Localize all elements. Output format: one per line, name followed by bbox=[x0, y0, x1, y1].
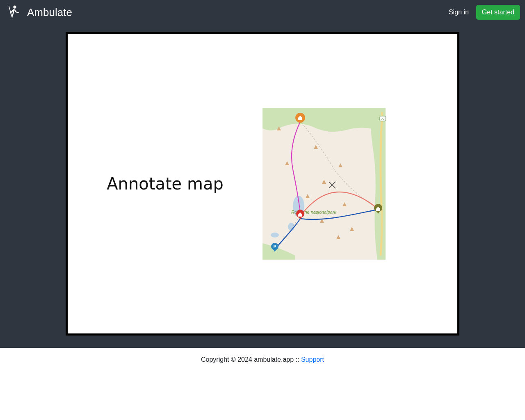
slide-frame: Annotate map bbox=[66, 32, 459, 336]
svg-point-5 bbox=[271, 233, 279, 237]
marker-orange-home-icon bbox=[295, 113, 305, 123]
road-number: 27 bbox=[381, 117, 385, 121]
annotated-map-image: 27 Rondane nasjonalpark bbox=[262, 108, 386, 260]
svg-point-0 bbox=[13, 6, 16, 9]
footer-copyright: Copyright © 2024 ambulate.app :: bbox=[201, 356, 301, 363]
svg-text:P: P bbox=[274, 244, 276, 249]
sign-in-link[interactable]: Sign in bbox=[444, 5, 474, 19]
brand-logo-icon bbox=[5, 4, 21, 21]
slide-map-column: 27 Rondane nasjonalpark bbox=[262, 108, 457, 260]
road-label-icon: 27 bbox=[380, 116, 386, 121]
navbar: Ambulate Sign in Get started bbox=[0, 0, 525, 25]
footer: Copyright © 2024 ambulate.app :: Support bbox=[0, 348, 525, 372]
slide-text-column: Annotate map bbox=[68, 174, 262, 193]
slide-title: Annotate map bbox=[107, 174, 224, 193]
footer-support-link[interactable]: Support bbox=[301, 356, 324, 363]
brand-link[interactable]: Ambulate bbox=[5, 4, 72, 21]
brand-name: Ambulate bbox=[27, 6, 72, 19]
stage: Annotate map bbox=[0, 25, 525, 348]
slide: Annotate map bbox=[68, 34, 457, 333]
get-started-button[interactable]: Get started bbox=[476, 5, 520, 20]
